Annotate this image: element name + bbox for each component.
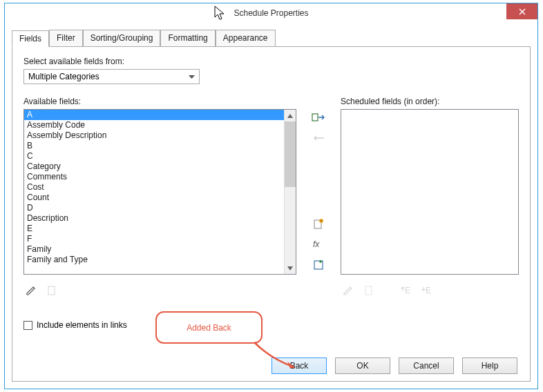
list-item[interactable]: Count xyxy=(24,193,284,203)
scheduled-fields-listbox[interactable] xyxy=(341,109,519,275)
arrow-add-icon xyxy=(312,112,325,122)
close-button[interactable] xyxy=(506,3,537,19)
new-sheet-icon xyxy=(363,285,374,296)
window-title: Schedule Properties xyxy=(234,8,308,18)
list-item[interactable]: A xyxy=(24,110,284,120)
scroll-track[interactable] xyxy=(285,121,296,262)
select-from-label: Select available fields from: xyxy=(23,57,519,66)
move-down-button[interactable]: E xyxy=(418,283,433,298)
tab-appearance[interactable]: Appearance xyxy=(216,30,276,46)
tab-formatting[interactable]: Formatting xyxy=(160,30,215,46)
tab-label: Sorting/Grouping xyxy=(90,33,153,43)
help-button[interactable]: Help xyxy=(462,357,517,374)
scrollbar[interactable] xyxy=(284,110,296,274)
scroll-up-button[interactable] xyxy=(285,110,296,121)
scheduled-fields-label: Scheduled fields (in order): xyxy=(341,97,519,106)
title-bar: Schedule Properties xyxy=(5,3,537,23)
delete-button[interactable] xyxy=(44,283,59,298)
dropdown-value: Multiple Categories xyxy=(28,72,99,81)
available-under-icons xyxy=(23,275,296,298)
edit-button[interactable] xyxy=(23,283,39,298)
close-icon xyxy=(519,8,526,15)
back-button[interactable]: Back xyxy=(272,357,327,374)
button-label: Help xyxy=(482,361,499,371)
new-sheet-icon xyxy=(46,285,57,296)
include-links-row: Include elements in links xyxy=(23,320,296,330)
combine-parameters-button[interactable] xyxy=(310,257,327,273)
svg-text:fx: fx xyxy=(313,239,320,249)
svg-rect-8 xyxy=(365,286,372,295)
available-fields-list[interactable]: AAssembly CodeAssembly DescriptionBCCate… xyxy=(24,110,284,274)
tab-label: Appearance xyxy=(223,33,268,43)
list-item[interactable]: Category xyxy=(24,161,284,172)
client-area: Fields Filter Sorting/Grouping Formattin… xyxy=(5,23,537,389)
list-item[interactable]: Family and Type xyxy=(24,255,284,265)
list-item[interactable]: Assembly Code xyxy=(24,120,284,130)
scroll-down-button[interactable] xyxy=(285,262,296,274)
pencil-icon xyxy=(343,285,354,296)
move-down-icon: E xyxy=(420,285,431,296)
available-fields-listbox[interactable]: AAssembly CodeAssembly DescriptionBCCate… xyxy=(23,109,296,275)
include-links-label: Include elements in links xyxy=(37,320,127,330)
edit-scheduled-button[interactable] xyxy=(341,283,356,298)
svg-rect-3 xyxy=(312,114,318,121)
button-label: Back xyxy=(290,361,309,371)
tab-fields[interactable]: Fields xyxy=(12,30,49,47)
button-label: Cancel xyxy=(413,361,439,371)
list-item[interactable]: Comments xyxy=(24,172,284,182)
tab-sorting-grouping[interactable]: Sorting/Grouping xyxy=(83,30,161,46)
include-links-checkbox[interactable] xyxy=(23,321,32,330)
scroll-thumb[interactable] xyxy=(285,121,296,187)
button-label: OK xyxy=(356,361,368,371)
fx-icon: fx xyxy=(313,239,324,250)
add-field-button[interactable] xyxy=(310,109,327,126)
available-column: Available fields: AAssembly CodeAssembly… xyxy=(23,97,296,374)
delete-scheduled-button[interactable] xyxy=(361,283,377,298)
move-up-button[interactable]: E xyxy=(397,283,412,298)
cursor-icon xyxy=(214,6,227,22)
tab-label: Formatting xyxy=(168,33,207,43)
tab-label: Fields xyxy=(19,34,41,43)
move-up-icon: E xyxy=(399,285,410,296)
svg-rect-7 xyxy=(314,261,323,269)
dialog-window: Schedule Properties Fields Filter Sortin… xyxy=(4,3,538,389)
list-item[interactable]: Assembly Description xyxy=(24,130,284,141)
remove-field-button[interactable] xyxy=(310,130,327,146)
scheduled-under-icons: E E xyxy=(341,275,519,298)
list-item[interactable]: F xyxy=(24,234,284,244)
tab-strip: Fields Filter Sorting/Grouping Formattin… xyxy=(12,30,531,46)
calculated-value-button[interactable]: fx xyxy=(310,236,327,253)
list-item[interactable]: Description xyxy=(24,213,284,224)
cancel-button[interactable]: Cancel xyxy=(399,357,454,374)
arrow-remove-icon xyxy=(312,133,325,143)
list-item[interactable]: Cost xyxy=(24,182,284,193)
tab-panel: Select available fields from: Multiple C… xyxy=(12,46,531,382)
new-parameter-button[interactable] xyxy=(310,215,327,232)
combine-icon xyxy=(313,259,324,271)
select-from-dropdown[interactable]: Multiple Categories xyxy=(23,69,200,84)
scheduled-column: Scheduled fields (in order): xyxy=(341,97,519,374)
svg-text:E: E xyxy=(426,286,431,295)
dialog-buttons: Back OK Cancel Help xyxy=(272,357,517,374)
list-item[interactable]: E xyxy=(24,224,284,234)
new-parameter-icon xyxy=(313,218,324,229)
chevron-down-icon xyxy=(189,72,195,81)
svg-text:E: E xyxy=(405,286,410,295)
svg-rect-2 xyxy=(48,286,55,295)
list-item[interactable]: D xyxy=(24,203,284,213)
tab-filter[interactable]: Filter xyxy=(49,30,83,46)
available-fields-label: Available fields: xyxy=(23,97,296,106)
columns: Available fields: AAssembly CodeAssembly… xyxy=(23,97,519,374)
transfer-column: fx xyxy=(305,97,332,374)
list-item[interactable]: C xyxy=(24,151,284,161)
list-item[interactable]: B xyxy=(24,141,284,151)
list-item[interactable]: Family xyxy=(24,244,284,255)
ok-button[interactable]: OK xyxy=(335,357,390,374)
pencil-icon xyxy=(26,285,37,296)
tab-label: Filter xyxy=(57,33,75,43)
